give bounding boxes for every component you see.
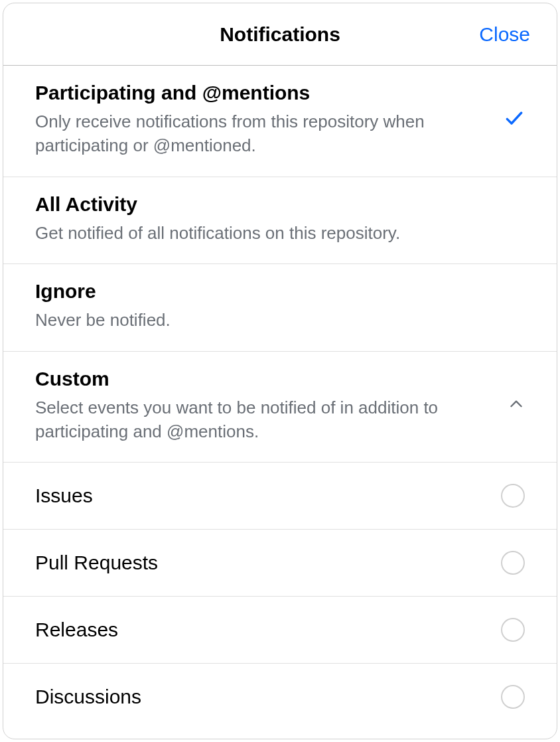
option-participating[interactable]: Participating and @mentions Only receive…	[3, 66, 557, 177]
radio-circle-icon[interactable]	[501, 618, 525, 642]
modal-title: Notifications	[220, 23, 340, 46]
close-button[interactable]: Close	[479, 23, 530, 46]
option-description: Select events you want to be notified of…	[35, 396, 494, 444]
radio-circle-icon[interactable]	[501, 484, 525, 508]
custom-item-issues[interactable]: Issues	[3, 463, 557, 530]
option-text: Custom Select events you want to be noti…	[35, 368, 494, 444]
option-text: Participating and @mentions Only receive…	[35, 82, 490, 158]
custom-item-label: Issues	[35, 484, 93, 507]
option-title: Custom	[35, 368, 494, 390]
option-title: Ignore	[35, 280, 525, 303]
modal-content: Participating and @mentions Only receive…	[3, 66, 557, 739]
radio-circle-icon[interactable]	[501, 685, 525, 709]
option-title: All Activity	[35, 193, 525, 216]
custom-item-releases[interactable]: Releases	[3, 597, 557, 664]
modal-header: Notifications Close	[3, 3, 557, 66]
option-title: Participating and @mentions	[35, 82, 490, 104]
option-all-activity[interactable]: All Activity Get notified of all notific…	[3, 177, 557, 264]
custom-item-label: Pull Requests	[35, 552, 158, 574]
check-icon	[504, 108, 525, 131]
option-description: Get notified of all notifications on thi…	[35, 221, 525, 245]
option-text: Ignore Never be notified.	[35, 280, 525, 332]
radio-circle-icon[interactable]	[501, 551, 525, 575]
option-text: All Activity Get notified of all notific…	[35, 193, 525, 245]
custom-item-discussions[interactable]: Discussions	[3, 664, 557, 730]
option-description: Never be notified.	[35, 308, 525, 332]
custom-item-label: Releases	[35, 619, 118, 641]
option-ignore[interactable]: Ignore Never be notified.	[3, 264, 557, 351]
custom-item-label: Discussions	[35, 686, 141, 708]
option-custom[interactable]: Custom Select events you want to be noti…	[3, 352, 557, 463]
custom-item-pull-requests[interactable]: Pull Requests	[3, 530, 557, 597]
chevron-up-icon	[508, 396, 525, 415]
notifications-modal: Notifications Close Participating and @m…	[3, 3, 557, 739]
option-description: Only receive notifications from this rep…	[35, 110, 490, 158]
